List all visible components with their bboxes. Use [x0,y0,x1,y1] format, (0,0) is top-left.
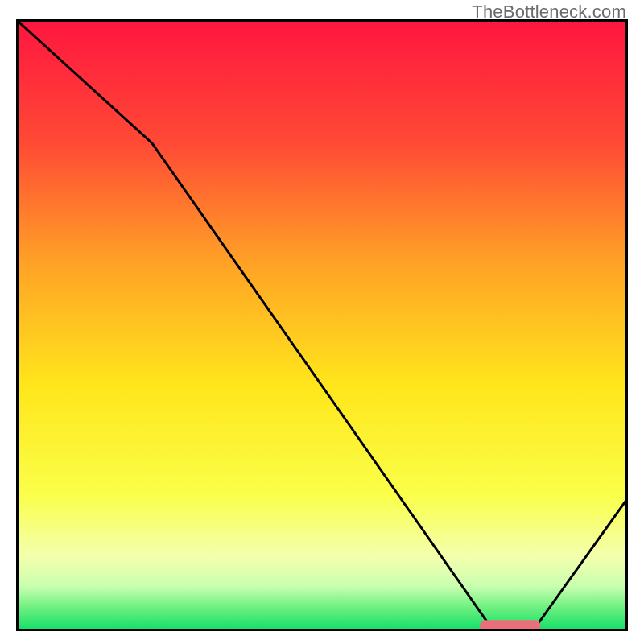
optimal-range-marker [480,620,540,629]
gradient-background [19,22,625,629]
chart-frame [16,19,628,631]
chart-canvas [19,22,625,629]
